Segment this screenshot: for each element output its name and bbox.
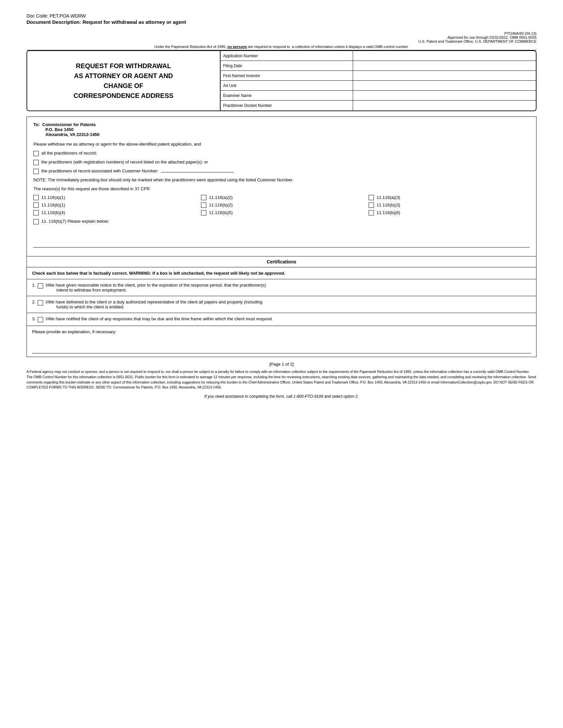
checkbox-row-0: all the practitioners of record; (33, 151, 530, 156)
cfr-checkbox-2[interactable] (369, 195, 374, 200)
field-row-inventor: First Named Inventor (220, 71, 536, 81)
cfr-item-2: 11.116(a)(3) (369, 195, 530, 200)
checkbox-customer-number[interactable] (33, 169, 39, 174)
field-row-docket: Practitioner Docket Number (220, 101, 536, 111)
explain-label: 11. 116(b)(7) Please explain below: (41, 219, 109, 224)
page-indicator: [Page 1 of 2] (26, 362, 537, 367)
field-label-docket: Practitioner Docket Number (220, 101, 353, 111)
cert-text-2: I/We have delivered to the client or a d… (46, 299, 262, 309)
explanation-label: Please provide an explanation, if necess… (32, 329, 531, 334)
cert-checkbox-3[interactable] (38, 317, 43, 322)
cfr-item-3: 11.116(b)(1) (33, 202, 194, 208)
cfr-checkbox-4[interactable] (201, 203, 206, 208)
checkbox-label-1: the practitioners (with registration num… (41, 159, 208, 164)
doc-description: Document Description: Request for withdr… (26, 19, 537, 25)
field-value-artunit[interactable] (353, 81, 536, 90)
to-block: To: Commissioner for Patents P.O. Box 14… (33, 122, 530, 137)
field-label-application: Application Number (220, 51, 353, 61)
cert-number-1: 1. (32, 283, 36, 288)
form-outer: REQUEST FOR WITHDRAWAL AS ATTORNEY OR AG… (26, 50, 537, 111)
cert-text-3: I/We have notified the client of any res… (46, 316, 273, 321)
cert-checkbox-2[interactable] (38, 300, 43, 305)
certifications-section: Certifications Check each box below that… (26, 256, 537, 357)
cert-header: Certifications (27, 256, 536, 267)
cfr-item-7: 11.116(b)(5) (201, 210, 362, 215)
checkbox-label-0: all the practitioners of record; (41, 151, 97, 156)
checkbox-label-2: the practitioners of record associated w… (41, 168, 234, 173)
cfr-label-7: 11.116(b)(5) (209, 210, 233, 215)
field-row-artunit: Art Unit (220, 81, 536, 91)
cfr-item-5: 11.116(b)(3) (369, 202, 530, 208)
explain-row: 11. 116(b)(7) Please explain below: (33, 219, 530, 224)
footer-italic: If you need assistance in completing the… (26, 394, 537, 399)
cfr-item-6: 11.116(b)(4) (33, 210, 194, 215)
customer-number-blank[interactable] (161, 172, 234, 172)
to-name: Commissioner for Patents (41, 122, 96, 127)
doc-code: Doc Code: PET.POA.WDRW (26, 13, 537, 19)
cfr-item-0: 11.116(a)(1) (33, 195, 194, 200)
cfr-label-5: 11.116(b)(3) (377, 203, 400, 207)
form-fields-cell: Application Number Filing Date First Nam… (220, 51, 536, 111)
cfr-label-8: 11.116(b)(6) (377, 210, 400, 215)
cert-warning: Check each box below that is factually c… (27, 267, 536, 279)
cfr-checkbox-6[interactable] (33, 210, 39, 215)
cfr-label-6: 11.116(b)(4) (41, 210, 65, 215)
field-label-inventor: First Named Inventor (220, 71, 353, 80)
cfr-checkbox-3[interactable] (33, 203, 39, 208)
footer-text: A Federal agency may not conduct or spon… (26, 369, 537, 390)
explanation-lines[interactable] (32, 337, 531, 353)
explain-area[interactable] (33, 228, 530, 248)
field-value-application[interactable] (353, 51, 536, 61)
field-value-examiner[interactable] (353, 91, 536, 100)
cfr-item-8: 11.116(b)(6) (369, 210, 530, 215)
checkbox-all-practitioners[interactable] (33, 151, 39, 156)
please-line: Please withdraw me as attorney or agent … (33, 142, 530, 147)
paperwork-line: Under the Paperwork Reduction Act of 199… (26, 45, 537, 50)
cert-number-3: 3. (32, 316, 36, 321)
form-title-cell: REQUEST FOR WITHDRAWAL AS ATTORNEY OR AG… (27, 51, 220, 111)
cfr-label-2: 11.116(a)(3) (377, 195, 400, 200)
cfr-grid: 11.116(a)(1) 11.116(a)(2) 11.116(a)(3) 1… (33, 195, 530, 215)
cfr-item-4: 11.116(b)(2) (201, 202, 362, 208)
field-value-inventor[interactable] (353, 71, 536, 80)
checkbox-row-1: the practitioners (with registration num… (33, 159, 530, 165)
cfr-checkbox-1[interactable] (201, 195, 206, 200)
checkbox-row-2: the practitioners of record associated w… (33, 168, 530, 174)
cert-text-1: I/We have given reasonable notice to the… (46, 283, 266, 293)
to-address1: P.O. Box 1450 (45, 127, 530, 132)
body-section: To: Commissioner for Patents P.O. Box 14… (26, 116, 537, 256)
header-right: PTO/AIA/83 (04-13) Approved for use thro… (26, 31, 537, 43)
field-row-examiner: Examiner Name (220, 91, 536, 101)
cfr-checkbox-0[interactable] (33, 195, 39, 200)
field-label-artunit: Art Unit (220, 81, 353, 90)
field-row-filing: Filing Date (220, 61, 536, 71)
form-title-text: REQUEST FOR WITHDRAWAL AS ATTORNEY OR AG… (73, 61, 173, 101)
field-value-filing[interactable] (353, 61, 536, 70)
field-value-docket[interactable] (353, 101, 536, 111)
cert-checkbox-1[interactable] (38, 283, 43, 289)
to-address2: Alexandria, VA 22313-1450 (45, 132, 530, 137)
checkbox-listed-practitioners[interactable] (33, 160, 39, 165)
cert-item-1: 1. I/We have given reasonable notice to … (27, 279, 536, 296)
cfr-label-3: 11.116(b)(1) (41, 203, 65, 207)
explanation-block: Please provide an explanation, if necess… (27, 326, 536, 357)
note-block: NOTE: The immediately preceding box shou… (33, 177, 530, 182)
reasons-title: The reason(s) for this request are those… (33, 186, 530, 191)
cfr-item-1: 11.116(a)(2) (201, 195, 362, 200)
cert-item-2: 2. I/We have delivered to the client or … (27, 296, 536, 313)
form-top: REQUEST FOR WITHDRAWAL AS ATTORNEY OR AG… (27, 51, 536, 111)
field-row-application: Application Number (220, 51, 536, 61)
us-dept-line: U.S. Patent and Trademark Office, U.S. D… (26, 39, 537, 43)
cfr-label-1: 11.116(a)(2) (209, 195, 233, 200)
cfr-label-0: 11.116(a)(1) (41, 195, 65, 200)
cert-number-2: 2. (32, 299, 36, 304)
cfr-checkbox-5[interactable] (369, 203, 374, 208)
cfr-checkbox-7[interactable] (201, 210, 206, 215)
field-label-filing: Filing Date (220, 61, 353, 70)
cert-item-3: 3. I/We have notified the client of any … (27, 313, 536, 326)
cfr-checkbox-b7[interactable] (33, 219, 39, 224)
to-label: To: (33, 122, 40, 127)
field-label-examiner: Examiner Name (220, 91, 353, 100)
approved-line: Approved for use through 03/31/2022. OMB… (26, 35, 537, 39)
cfr-checkbox-8[interactable] (369, 210, 374, 215)
